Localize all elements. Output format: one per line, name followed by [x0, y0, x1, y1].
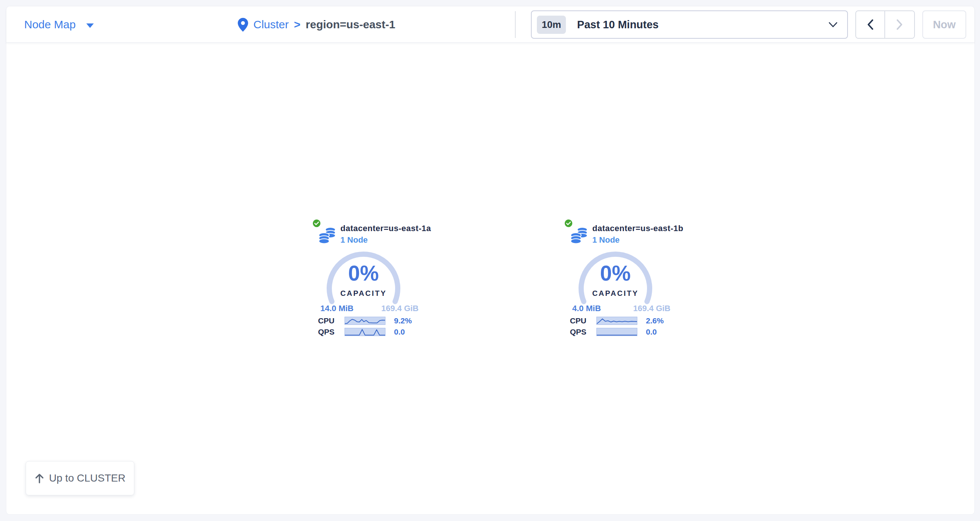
qps-metric-row: QPS 0.0	[560, 328, 671, 336]
time-range-dropdown[interactable]: 10m Past 10 Minutes	[531, 10, 848, 39]
node-map-canvas: Node Map Cluster > region=us-east-1 10m …	[6, 6, 975, 515]
cpu-sparkline	[345, 317, 385, 325]
cpu-metric-row: CPU 2.6%	[560, 316, 671, 325]
qps-value: 0.0	[394, 328, 405, 336]
qps-label: QPS	[560, 328, 586, 336]
time-controls: 10m Past 10 Minutes Now	[531, 10, 966, 39]
datacenter-title: datacenter=us-east-1b	[592, 224, 684, 233]
capacity-used: 4.0 MiB	[572, 304, 601, 313]
view-mode-selector[interactable]: Node Map	[24, 6, 94, 43]
breadcrumb: Cluster > region=us-east-1	[238, 6, 395, 43]
header-divider	[515, 11, 515, 38]
header-bar: Node Map Cluster > region=us-east-1 10m …	[6, 6, 974, 43]
breadcrumb-separator: >	[294, 18, 301, 31]
capacity-values-row: 14.0 MiB 169.4 GiB	[320, 304, 418, 313]
datacenter-group-us-east-1a[interactable]: datacenter=us-east-1a 1 Node 0% CAPACITY…	[308, 218, 419, 341]
cpu-value: 9.2%	[394, 316, 412, 325]
capacity-total: 169.4 GiB	[381, 304, 418, 313]
cpu-value: 2.6%	[646, 316, 664, 325]
arrow-up-icon	[35, 473, 44, 483]
capacity-percent: 0%	[325, 263, 402, 284]
time-next-button[interactable]	[885, 11, 914, 38]
capacity-used: 14.0 MiB	[320, 304, 353, 313]
qps-sparkline	[345, 328, 385, 336]
datacenter-node-count: 1 Node	[592, 235, 619, 245]
capacity-label: CAPACITY	[325, 289, 402, 298]
capacity-label: CAPACITY	[576, 289, 654, 298]
database-stack-icon	[318, 226, 336, 245]
database-stack-icon	[570, 226, 588, 245]
up-to-cluster-button[interactable]: Up to CLUSTER	[25, 461, 134, 496]
datacenter-group-us-east-1b[interactable]: datacenter=us-east-1b 1 Node 0% CAPACITY…	[560, 218, 671, 341]
time-prev-button[interactable]	[856, 11, 885, 38]
cpu-metric-row: CPU 9.2%	[308, 316, 419, 325]
datacenter-title: datacenter=us-east-1a	[340, 224, 431, 233]
capacity-percent: 0%	[576, 263, 654, 284]
datacenter-node-count: 1 Node	[340, 235, 368, 245]
cpu-label: CPU	[308, 316, 334, 325]
cpu-sparkline	[597, 317, 637, 325]
breadcrumb-current: region=us-east-1	[306, 18, 396, 31]
view-mode-label: Node Map	[24, 18, 76, 31]
chevron-right-icon	[896, 19, 903, 30]
caret-down-icon	[86, 18, 94, 31]
chevron-down-icon	[829, 22, 837, 27]
now-button[interactable]: Now	[922, 10, 966, 39]
capacity-values-row: 4.0 MiB 169.4 GiB	[572, 304, 670, 313]
up-to-cluster-label: Up to CLUSTER	[49, 472, 126, 484]
capacity-total: 169.4 GiB	[633, 304, 670, 313]
qps-metric-row: QPS 0.0	[308, 328, 419, 336]
time-nav-group	[855, 10, 915, 39]
location-pin-icon	[238, 18, 248, 32]
time-range-badge: 10m	[537, 16, 566, 34]
qps-sparkline	[597, 328, 637, 336]
qps-value: 0.0	[646, 328, 657, 336]
breadcrumb-cluster-link[interactable]: Cluster	[253, 18, 289, 31]
cpu-label: CPU	[560, 316, 586, 325]
chevron-left-icon	[867, 19, 873, 30]
time-range-label: Past 10 Minutes	[577, 19, 818, 31]
qps-label: QPS	[308, 328, 334, 336]
